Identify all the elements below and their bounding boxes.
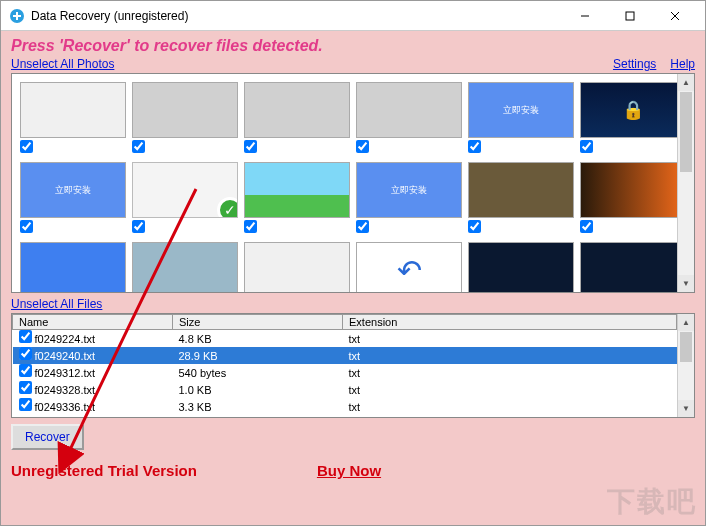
col-size[interactable]: Size	[173, 315, 343, 330]
app-listing-icon[interactable]	[244, 242, 350, 293]
file-checkbox[interactable]	[19, 364, 32, 377]
help-link[interactable]: Help	[670, 57, 695, 71]
photo-link-row: Unselect All Photos Settings Help	[11, 57, 695, 71]
photo-thumb[interactable]	[468, 242, 574, 293]
photo-thumb[interactable]	[244, 82, 350, 156]
scroll-up-icon[interactable]: ▲	[678, 74, 694, 91]
photo-thumb[interactable]	[580, 242, 686, 293]
fire-photo-icon[interactable]	[580, 162, 686, 218]
photo-thumb[interactable]	[468, 162, 574, 236]
maximize-button[interactable]	[607, 1, 652, 30]
col-name[interactable]: Name	[13, 315, 173, 330]
photo-thumb[interactable]: 立即安装	[468, 82, 574, 156]
photo-thumb[interactable]: 立即安装	[356, 162, 462, 236]
photo-checkbox[interactable]	[20, 140, 33, 153]
photo-checkbox[interactable]	[468, 220, 481, 233]
scroll-up-icon[interactable]: ▲	[678, 314, 694, 331]
photo-thumb[interactable]	[20, 82, 126, 156]
buy-now-link[interactable]: Buy Now	[317, 462, 381, 479]
col-ext[interactable]: Extension	[343, 315, 677, 330]
close-button[interactable]	[652, 1, 697, 30]
photo-thumb[interactable]	[132, 82, 238, 156]
scroll-down-icon[interactable]: ▼	[678, 275, 694, 292]
blue-button-icon[interactable]: 立即安装	[356, 162, 462, 218]
window-title: Data Recovery (unregistered)	[31, 9, 562, 23]
recover-button[interactable]: Recover	[11, 424, 84, 450]
blue-panel-icon[interactable]	[20, 242, 126, 293]
file-checkbox[interactable]	[19, 347, 32, 360]
landscape-icon[interactable]	[244, 162, 350, 218]
photo-checkbox[interactable]	[20, 220, 33, 233]
person-photo-icon[interactable]	[468, 162, 574, 218]
table-row[interactable]: f0249328.txt1.0 KBtxt	[13, 381, 677, 398]
photo-thumb[interactable]	[580, 162, 686, 236]
titlebar: Data Recovery (unregistered)	[1, 1, 705, 31]
photo-checkbox[interactable]	[356, 140, 369, 153]
scroll-thumb[interactable]	[680, 332, 692, 362]
photo-thumb[interactable]: 立即安装	[20, 162, 126, 236]
dark-photo-icon[interactable]	[580, 242, 686, 293]
photo-thumb[interactable]: ✓	[132, 162, 238, 236]
file-table-panel: Name Size Extension f0249224.txt4.8 KBtx…	[11, 313, 695, 418]
photo-checkbox[interactable]	[468, 140, 481, 153]
photo-thumb[interactable]: ↶	[356, 242, 462, 293]
instruction-text: Press 'Recover' to recover files detecte…	[11, 37, 695, 55]
blank-icon[interactable]	[356, 82, 462, 138]
unselect-photos-link[interactable]: Unselect All Photos	[11, 57, 114, 71]
photo-checkbox[interactable]	[580, 220, 593, 233]
file-checkbox[interactable]	[19, 398, 32, 411]
file-ext: txt	[343, 347, 677, 364]
photo-thumb[interactable]: 🔒	[580, 82, 686, 156]
settings-link[interactable]: Settings	[613, 57, 656, 71]
lock-matrix-icon[interactable]: 🔒	[580, 82, 686, 138]
photo-checkbox[interactable]	[356, 220, 369, 233]
blue-button-icon[interactable]: 立即安装	[20, 162, 126, 218]
table-row[interactable]: f0249224.txt4.8 KBtxt	[13, 330, 677, 348]
scroll-down-icon[interactable]: ▼	[678, 400, 694, 417]
photo-checkbox[interactable]	[244, 140, 257, 153]
photo-panel: 立即安装🔒立即安装✓立即安装↶ ▲ ▼	[11, 73, 695, 293]
file-ext: txt	[343, 364, 677, 381]
app-icon	[9, 8, 25, 24]
table-row[interactable]: f0249312.txt540 bytestxt	[13, 364, 677, 381]
trial-text: Unregistered Trial Version	[11, 462, 197, 479]
svg-rect-2	[13, 15, 21, 17]
photo-thumb[interactable]	[244, 162, 350, 236]
photo-scrollbar[interactable]: ▲ ▼	[677, 74, 694, 292]
file-ext: txt	[343, 330, 677, 348]
file-name: f0249240.txt	[32, 350, 96, 362]
photo-thumb[interactable]	[20, 242, 126, 293]
footer: Unregistered Trial Version Buy Now	[11, 462, 695, 479]
file-ext: txt	[343, 398, 677, 415]
photo-checkbox[interactable]	[580, 140, 593, 153]
sky-photo-icon[interactable]	[132, 242, 238, 293]
photo-thumb[interactable]	[132, 242, 238, 293]
file-name: f0249224.txt	[32, 333, 96, 345]
blank-icon[interactable]	[244, 82, 350, 138]
table-row[interactable]: f0249336.txt3.3 KBtxt	[13, 398, 677, 415]
photo-checkbox[interactable]	[244, 220, 257, 233]
file-size: 28.9 KB	[173, 347, 343, 364]
photo-checkbox[interactable]	[132, 140, 145, 153]
file-name: f0249336.txt	[32, 401, 96, 413]
scroll-thumb[interactable]	[680, 92, 692, 172]
photo-thumb[interactable]	[244, 242, 350, 293]
back-arrow-icon[interactable]: ↶	[356, 242, 462, 293]
blank-icon[interactable]	[132, 82, 238, 138]
file-scrollbar[interactable]: ▲ ▼	[677, 314, 694, 417]
app-window-check-icon[interactable]: ✓	[132, 162, 238, 218]
photo-checkbox[interactable]	[132, 220, 145, 233]
dark-photo-icon[interactable]	[468, 242, 574, 293]
blue-button-icon[interactable]: 立即安装	[468, 82, 574, 138]
file-checkbox[interactable]	[19, 381, 32, 394]
photo-thumb[interactable]	[356, 82, 462, 156]
file-ext: txt	[343, 381, 677, 398]
button-row: Recover	[11, 424, 695, 450]
table-row[interactable]: f0249240.txt28.9 KBtxt	[13, 347, 677, 364]
file-name: f0249328.txt	[32, 384, 96, 396]
file-checkbox[interactable]	[19, 330, 32, 343]
minimize-button[interactable]	[562, 1, 607, 30]
window-thumb-icon[interactable]	[20, 82, 126, 138]
unselect-files-link[interactable]: Unselect All Files	[11, 297, 102, 311]
file-table: Name Size Extension f0249224.txt4.8 KBtx…	[12, 314, 677, 415]
